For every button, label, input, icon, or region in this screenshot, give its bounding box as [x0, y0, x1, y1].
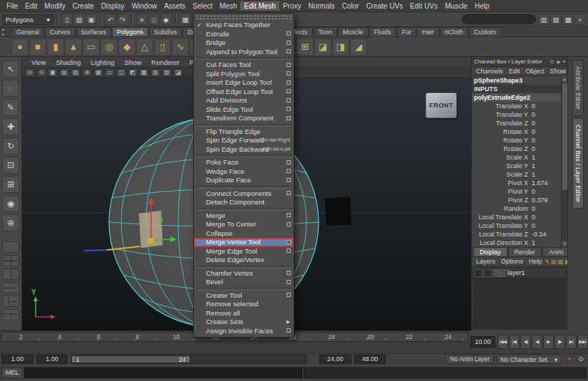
menu-item[interactable]: ✓ Append to Polygon Tool ▶: [194, 48, 294, 57]
go-to-end-button[interactable]: ▶▶|: [577, 335, 588, 349]
menu-item[interactable]: ✓ Chamfer Vertex ▶: [194, 269, 294, 278]
poly-cube-icon[interactable]: ■: [29, 38, 46, 56]
select-hierarchy-icon[interactable]: ≡: [136, 14, 148, 25]
bookmarks-icon[interactable]: ▤: [59, 68, 69, 77]
poly-helix-icon[interactable]: ∿: [172, 38, 189, 56]
option-box[interactable]: [287, 328, 291, 333]
paint-select-tool-icon[interactable]: ✎: [2, 99, 19, 116]
menu-item[interactable]: ✓ Spin Edge Forward Ctrl+Alt+Right ▶: [194, 136, 294, 145]
channel-row[interactable]: Local Translate X 0: [472, 213, 561, 221]
menu-item[interactable]: ✓ ▶: [195, 57, 292, 60]
shelf-tab[interactable]: Custom: [469, 27, 501, 36]
menu-item[interactable]: ✓ Offset Edge Loop Tool ▶: [194, 88, 294, 97]
channel-row[interactable]: Local Translate Z -0.24: [472, 230, 561, 239]
universal-manipulator-icon[interactable]: ⊞: [2, 176, 19, 193]
option-box[interactable]: [287, 169, 291, 173]
layer-editor-tab[interactable]: Anim: [542, 247, 570, 256]
layout-two-pane-stacked-button[interactable]: [2, 282, 19, 293]
layout-single-pane-button[interactable]: [2, 241, 19, 253]
select-component-icon[interactable]: ◆: [160, 14, 172, 25]
shelf-tab[interactable]: Toon: [314, 27, 338, 36]
poly-plane-icon[interactable]: ▭: [83, 38, 100, 56]
edit-layer-icon[interactable]: ✎: [545, 259, 550, 265]
mirror-icon[interactable]: ◨: [332, 38, 349, 56]
poly-sphere-icon[interactable]: ●: [11, 38, 29, 56]
grid-toggle-icon[interactable]: ▦: [93, 68, 103, 77]
channel-row[interactable]: Translate Z 0: [472, 119, 561, 127]
shelf-tab[interactable]: General: [11, 27, 44, 36]
panel-menu-item[interactable]: Renderer: [146, 58, 185, 66]
attribute-editor-toggle-icon[interactable]: ▥: [538, 14, 550, 25]
playback-start-field[interactable]: 1.00: [1, 355, 33, 364]
option-box[interactable]: [287, 213, 291, 217]
step-forward-frame-button[interactable]: |▶: [555, 335, 565, 349]
character-set-dropdown[interactable]: No Character Set ▾: [497, 355, 561, 364]
lasso-select-tool-icon[interactable]: ◌: [2, 80, 19, 97]
channel-box-menu-item[interactable]: Channels: [473, 68, 506, 75]
field-chart-icon[interactable]: ▩: [139, 68, 149, 77]
channel-row[interactable]: Random 0: [472, 204, 561, 213]
step-back-frame-button[interactable]: ◀|: [520, 335, 531, 349]
scroll-up-icon[interactable]: ▲: [562, 76, 567, 83]
menu-item[interactable]: ✓ ▶: [195, 155, 292, 157]
menu-item[interactable]: ✓ Wedge Face ▶: [194, 167, 294, 177]
menu-item[interactable]: Proxy: [279, 1, 305, 11]
shelf-tab[interactable]: Curves: [45, 27, 76, 36]
shelf-menu-arrows-icon[interactable]: ▾▸: [2, 28, 4, 36]
auto-keyframe-icon[interactable]: ●: [564, 355, 575, 365]
layout-three-pane-top-button[interactable]: [2, 309, 19, 320]
scroll-down-icon[interactable]: ▼: [562, 241, 567, 247]
option-box[interactable]: [287, 98, 291, 103]
channel-box-toggle-icon[interactable]: ▦: [562, 14, 574, 25]
channel-scrollbar[interactable]: ▲ ▼: [561, 76, 567, 247]
channel-box-menu-item[interactable]: Object: [523, 68, 547, 75]
layer-color-swatch[interactable]: [493, 269, 506, 277]
layer-menu-item[interactable]: Options: [498, 258, 526, 265]
panel-menu-item[interactable]: Lighting: [86, 58, 119, 66]
menu-item[interactable]: ✓ Connect Components ▶: [194, 189, 294, 199]
menu-item[interactable]: ✓ ▶: [195, 186, 292, 189]
option-box[interactable]: [287, 178, 291, 182]
option-box[interactable]: [287, 222, 291, 226]
menu-item[interactable]: ✓ Delete Edge/Vertex ▶: [194, 256, 294, 265]
layer-menu-item[interactable]: Help: [526, 258, 545, 265]
scale-tool-icon[interactable]: ⊡: [2, 157, 19, 174]
channel-row[interactable]: Scale Z 1: [472, 170, 561, 179]
lock-camera-icon[interactable]: ⊙: [36, 68, 46, 77]
menu-item[interactable]: ✓ Merge To Center ▶: [194, 220, 294, 229]
quick-input-field[interactable]: [462, 14, 536, 24]
shelf-tab[interactable]: Hair: [417, 27, 439, 36]
animation-preferences-icon[interactable]: ⊙: [575, 355, 587, 365]
channel-row[interactable]: Rotate Z 0: [472, 145, 561, 153]
image-plane-icon[interactable]: ▧: [71, 68, 81, 77]
option-box[interactable]: [287, 116, 291, 120]
poly-prism-icon[interactable]: ◆: [118, 38, 135, 56]
option-box[interactable]: [287, 107, 291, 111]
open-scene-icon[interactable]: ▨: [73, 14, 85, 25]
layout-four-pane-button[interactable]: [2, 255, 19, 266]
command-input[interactable]: [24, 367, 302, 378]
scrollbar-thumb[interactable]: [562, 83, 567, 190]
menu-item[interactable]: ✓ Crease Tool ▶: [194, 291, 294, 301]
menu-item[interactable]: ✓ ▶: [195, 288, 292, 291]
gate-mask-icon[interactable]: ◩: [128, 68, 138, 77]
layer-menu-item[interactable]: Layers: [473, 258, 498, 265]
move-tool-icon[interactable]: ✚: [2, 118, 19, 135]
shelf-tab[interactable]: nCloth: [440, 27, 468, 36]
menu-item[interactable]: Modify: [41, 1, 68, 11]
option-box[interactable]: [287, 41, 291, 45]
redo-icon[interactable]: ↷: [117, 14, 128, 25]
layer-visibility-toggle[interactable]: [475, 269, 483, 277]
menu-item[interactable]: ✓ Assign Invisible Faces ▶: [194, 327, 294, 336]
option-box[interactable]: [287, 31, 291, 36]
menu-item[interactable]: Create: [69, 1, 98, 11]
extruded-face-dark[interactable]: [324, 197, 352, 226]
menu-item[interactable]: ✓ Merge ▶: [194, 212, 294, 221]
layout-two-pane-side-button[interactable]: [2, 268, 19, 280]
tool-settings-toggle-icon[interactable]: ▤: [550, 14, 562, 25]
panel-menu-item[interactable]: View: [26, 58, 51, 66]
menu-item[interactable]: ✓ Merge Vertex Tool ▶: [194, 238, 294, 247]
menu-item[interactable]: ✓ Insert Edge Loop Tool ▶: [194, 78, 294, 88]
option-box[interactable]: [287, 240, 291, 244]
option-box[interactable]: [287, 249, 291, 253]
